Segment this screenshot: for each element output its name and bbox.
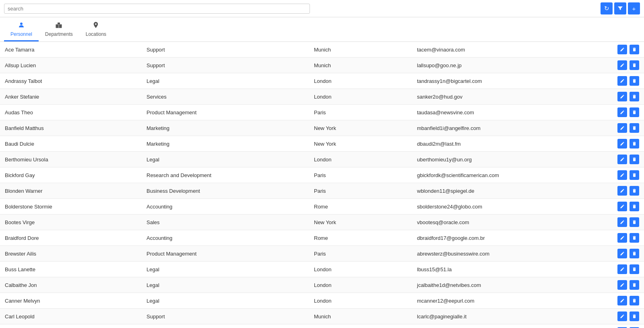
delete-button[interactable]: [630, 123, 639, 133]
edit-button[interactable]: [617, 92, 627, 101]
delete-button[interactable]: [630, 233, 639, 243]
cell-location: Munich: [309, 58, 412, 73]
filter-button[interactable]: [614, 2, 626, 14]
cell-location: London: [309, 277, 412, 293]
edit-button[interactable]: [617, 123, 627, 133]
cell-actions: [605, 73, 644, 89]
edit-button[interactable]: [617, 233, 627, 243]
cell-actions: [605, 277, 644, 293]
cell-dept: Research and Development: [142, 167, 309, 183]
cell-actions: [605, 246, 644, 262]
delete-button[interactable]: [630, 170, 639, 180]
refresh-button[interactable]: ↻: [601, 2, 613, 14]
cell-name: Anker Stefanie: [0, 89, 142, 105]
cell-actions: [605, 262, 644, 277]
table-row: Buss Lanette Legal London lbuss15@51.la: [0, 262, 644, 277]
delete-button[interactable]: [630, 264, 639, 274]
cell-actions: [605, 230, 644, 246]
search-input[interactable]: [4, 4, 310, 14]
edit-button[interactable]: [617, 217, 627, 227]
edit-button[interactable]: [617, 139, 627, 149]
cell-actions: [605, 215, 644, 230]
cell-dept: Legal: [142, 73, 309, 89]
edit-button[interactable]: [617, 45, 627, 54]
cell-actions: [605, 136, 644, 152]
cell-dept: Product Management: [142, 246, 309, 262]
cell-location: London: [309, 152, 412, 167]
table-container: Ace Tamarra Support Munich tacem@vinaora…: [0, 42, 644, 328]
cell-name: Canner Melvyn: [0, 293, 142, 309]
add-button[interactable]: +: [628, 2, 640, 14]
cell-email: taudasa@newsvine.com: [412, 105, 605, 120]
cell-email: abrewsterz@businesswire.com: [412, 246, 605, 262]
cell-actions: [605, 293, 644, 309]
tab-personnel[interactable]: Personnel: [4, 19, 39, 41]
edit-button[interactable]: [617, 170, 627, 180]
tab-locations[interactable]: Locations: [79, 19, 113, 41]
cell-dept: Support: [142, 58, 309, 73]
departments-icon: [55, 21, 62, 31]
cell-actions: [605, 199, 644, 215]
delete-button[interactable]: [630, 186, 639, 196]
delete-button[interactable]: [630, 296, 639, 305]
locations-icon: [92, 21, 99, 31]
cell-name: Baudi Dulcie: [0, 136, 142, 152]
cell-dept: Business Development: [142, 183, 309, 199]
cell-name: Carl Leopold: [0, 309, 142, 324]
cell-actions: [605, 105, 644, 120]
cell-location: London: [309, 89, 412, 105]
edit-button[interactable]: [617, 155, 627, 164]
cell-email: dbraidford17@google.com.br: [412, 230, 605, 246]
svg-point-0: [20, 23, 23, 25]
delete-button[interactable]: [630, 155, 639, 164]
cell-name: Audas Theo: [0, 105, 142, 120]
table-row: Baudi Dulcie Marketing New York dbaudi2m…: [0, 136, 644, 152]
cell-email: mbanfield1i@angelfire.com: [412, 120, 605, 136]
cell-actions: [605, 120, 644, 136]
delete-button[interactable]: [630, 280, 639, 290]
cell-location: Rome: [309, 230, 412, 246]
edit-button[interactable]: [617, 60, 627, 70]
cell-location: Paris: [309, 183, 412, 199]
delete-button[interactable]: [630, 217, 639, 227]
cell-location: Munich: [309, 324, 412, 328]
edit-button[interactable]: [617, 296, 627, 305]
cell-email: gbickfordk@scientificamerican.com: [412, 167, 605, 183]
edit-button[interactable]: [617, 249, 627, 258]
cell-dept: Sales: [142, 215, 309, 230]
cell-actions: [605, 167, 644, 183]
cell-location: Rome: [309, 199, 412, 215]
tabs-container: Personnel Departments Locations: [0, 17, 644, 42]
delete-button[interactable]: [630, 202, 639, 211]
edit-button[interactable]: [617, 311, 627, 321]
edit-button[interactable]: [617, 107, 627, 117]
table-row: Banfield Matthus Marketing New York mban…: [0, 120, 644, 136]
cell-dept: Accounting: [142, 199, 309, 215]
delete-button[interactable]: [630, 92, 639, 101]
delete-button[interactable]: [630, 60, 639, 70]
edit-button[interactable]: [617, 280, 627, 290]
cell-email: sbolderstone24@globo.com: [412, 199, 605, 215]
delete-button[interactable]: [630, 139, 639, 149]
cell-email: lallsupo@goo.ne.jp: [412, 58, 605, 73]
cell-actions: [605, 152, 644, 167]
cell-dept: Support: [142, 309, 309, 324]
cell-name: Buss Lanette: [0, 262, 142, 277]
cell-email: lcarlc@paginegialle.it: [412, 309, 605, 324]
edit-button[interactable]: [617, 264, 627, 274]
cell-name: Bootes Virge: [0, 215, 142, 230]
edit-button[interactable]: [617, 76, 627, 86]
tab-departments[interactable]: Departments: [39, 19, 79, 41]
cell-name: Brewster Ailis: [0, 246, 142, 262]
delete-button[interactable]: [630, 311, 639, 321]
delete-button[interactable]: [630, 107, 639, 117]
table-row: Anker Stefanie Services London sanker2o@…: [0, 89, 644, 105]
edit-button[interactable]: [617, 186, 627, 196]
svg-rect-2: [58, 23, 60, 25]
cell-location: Paris: [309, 246, 412, 262]
edit-button[interactable]: [617, 202, 627, 211]
delete-button[interactable]: [630, 76, 639, 86]
delete-button[interactable]: [630, 249, 639, 258]
delete-button[interactable]: [630, 45, 639, 54]
cell-name: Braidford Dore: [0, 230, 142, 246]
